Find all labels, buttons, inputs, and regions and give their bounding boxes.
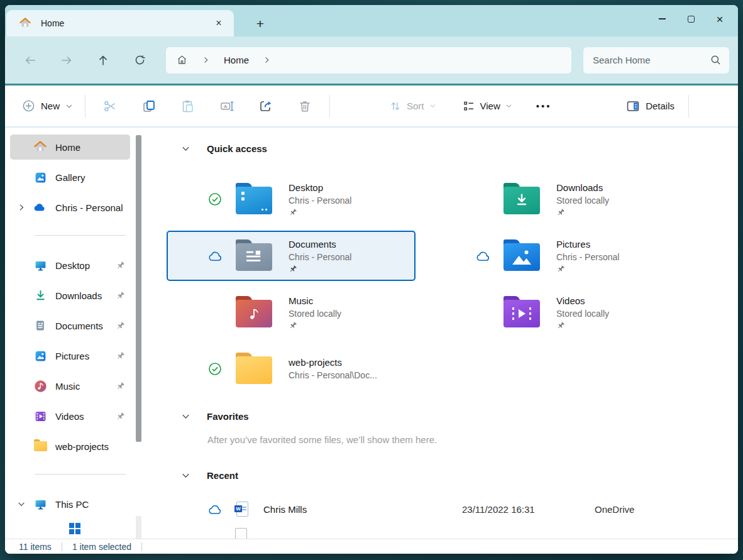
recent-file-partial-icon: [235, 528, 247, 539]
cloud-status-icon: [475, 250, 491, 262]
tile-desktop[interactable]: Desktop Chris - Personal: [167, 174, 416, 224]
sidebar-item-gallery[interactable]: Gallery: [10, 165, 130, 190]
chevron-down-icon: [65, 102, 73, 110]
tile-pictures[interactable]: Pictures Chris - Personal: [434, 231, 683, 281]
recent-file-location: OneDrive: [595, 504, 634, 515]
tile-documents[interactable]: Documents Chris - Personal: [167, 231, 416, 281]
tab-title: Home: [41, 18, 210, 28]
rename-button[interactable]: [213, 92, 241, 120]
sidebar-item-onedrive-personal[interactable]: Chris - Personal: [10, 195, 130, 220]
file-explorer-window: Home × + × Home New: [5, 5, 738, 554]
share-button[interactable]: [252, 92, 280, 120]
tile-music[interactable]: Music Stored locally: [167, 287, 416, 338]
sidebar-scrollbar-thumb[interactable]: [136, 135, 141, 442]
sidebar-item-downloads[interactable]: Downloads: [10, 283, 130, 308]
pin-icon: [116, 351, 125, 361]
address-bar[interactable]: Home: [166, 47, 571, 74]
paste-button[interactable]: [174, 92, 202, 120]
forward-button[interactable]: [53, 48, 80, 73]
new-button[interactable]: New: [15, 92, 80, 120]
see-more-button[interactable]: •••: [536, 101, 552, 111]
pin-icon: [116, 291, 125, 300]
close-window-button[interactable]: ×: [705, 6, 734, 32]
sidebar-scrollbar-track[interactable]: [136, 516, 141, 539]
view-label: View: [480, 101, 500, 111]
tile-downloads[interactable]: Downloads Stored locally: [434, 174, 683, 224]
chevron-down-icon[interactable]: [181, 412, 190, 421]
plus-circle-icon: [22, 99, 35, 113]
sidebar-divider: [35, 474, 126, 475]
sidebar-item-this-pc[interactable]: This PC: [10, 491, 130, 517]
favorites-header[interactable]: Favorites: [181, 409, 738, 423]
minimize-icon: [659, 18, 666, 19]
collapse-chevron-icon[interactable]: [10, 500, 33, 508]
expand-chevron-icon[interactable]: [10, 203, 33, 212]
recent-header[interactable]: Recent: [181, 468, 738, 482]
quick-access-header[interactable]: Quick access: [181, 141, 738, 155]
recent-file-row[interactable]: Chris Mills 23/11/2022 16:31 OneDrive: [207, 497, 738, 522]
home-icon: [33, 140, 48, 154]
breadcrumb-home[interactable]: Home: [224, 55, 249, 65]
sidebar-item-web-projects[interactable]: web-projects: [10, 434, 130, 459]
tile-name: web-projects: [289, 356, 377, 369]
view-button[interactable]: View: [458, 92, 517, 120]
search-icon[interactable]: [710, 55, 721, 65]
sidebar: Home Gallery Chris - Personal Desktop: [5, 128, 149, 539]
pin-icon: [556, 208, 609, 217]
folder-icon: [236, 187, 272, 214]
tile-videos[interactable]: Videos Stored locally: [434, 287, 683, 338]
rename-icon: [219, 99, 234, 114]
pictures-icon: [33, 349, 48, 363]
sidebar-item-music[interactable]: Music: [10, 373, 130, 398]
tile-subtitle: Stored locally: [289, 307, 341, 320]
download-arrow-icon: [33, 289, 48, 302]
tile-name: Pictures: [556, 238, 619, 251]
search-box[interactable]: [583, 47, 729, 74]
breadcrumb-home-icon[interactable]: [176, 54, 188, 66]
tile-subtitle: Stored locally: [556, 307, 609, 320]
tile-name: Downloads: [556, 182, 609, 194]
share-icon: [258, 99, 273, 114]
sidebar-item-desktop[interactable]: Desktop: [10, 253, 130, 278]
window-controls: ×: [647, 5, 734, 33]
refresh-button[interactable]: [126, 48, 153, 73]
details-button[interactable]: Details: [620, 92, 680, 120]
chevron-down-icon[interactable]: [181, 144, 190, 153]
pin-icon: [289, 321, 341, 330]
section-title: Favorites: [207, 411, 249, 422]
section-title: Quick access: [207, 143, 267, 154]
new-tab-button[interactable]: +: [250, 14, 270, 33]
sidebar-item-pictures[interactable]: Pictures: [10, 343, 130, 368]
sidebar-item-home[interactable]: Home: [10, 135, 130, 160]
folder-icon: [236, 356, 272, 384]
minimize-button[interactable]: [647, 6, 676, 32]
copy-button[interactable]: [135, 92, 163, 120]
sidebar-divider: [35, 235, 126, 236]
close-tab-button[interactable]: ×: [210, 15, 228, 31]
home-icon: [19, 17, 31, 30]
tab-home[interactable]: Home ×: [6, 10, 234, 36]
tile-name: Desktop: [289, 182, 351, 194]
search-input[interactable]: [592, 54, 710, 66]
chevron-right-icon[interactable]: [263, 56, 271, 64]
toolbar-divider: [85, 95, 85, 118]
selection-status: 1 item selected: [72, 542, 131, 552]
chevron-down-icon[interactable]: [181, 471, 190, 480]
clipboard-icon: [180, 99, 195, 114]
windows-icon: [69, 523, 74, 528]
sort-button[interactable]: Sort: [384, 92, 441, 120]
up-button[interactable]: [89, 48, 117, 73]
chevron-down-icon: [429, 102, 436, 109]
tile-name: Documents: [289, 238, 351, 251]
pin-icon: [116, 261, 125, 270]
delete-button[interactable]: [291, 92, 319, 120]
sidebar-item-videos[interactable]: Videos: [10, 404, 130, 429]
tile-web-projects[interactable]: web-projects Chris - Personal\Doc...: [167, 344, 416, 394]
music-icon: [33, 380, 48, 393]
folder-icon: [504, 300, 540, 327]
sidebar-item-documents[interactable]: Documents: [10, 313, 130, 338]
cut-button[interactable]: [96, 92, 124, 120]
back-button[interactable]: [16, 48, 44, 73]
maximize-button[interactable]: [676, 6, 705, 32]
cloud-status-icon: [207, 250, 223, 262]
